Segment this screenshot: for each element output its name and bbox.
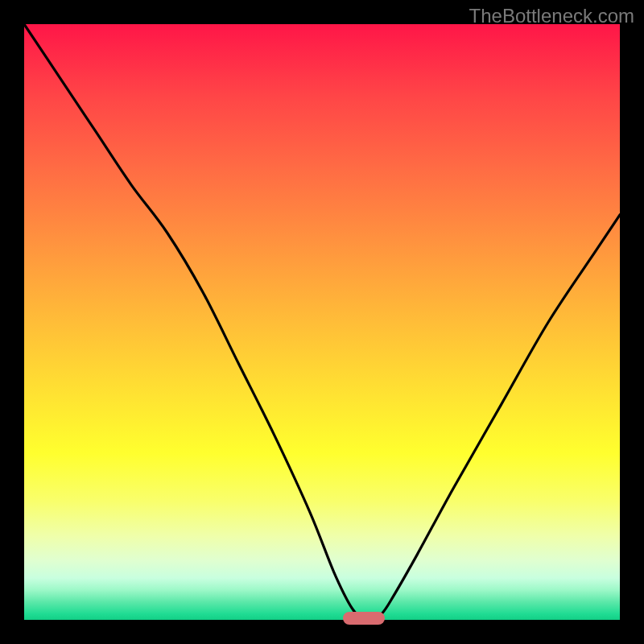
optimal-marker — [343, 612, 385, 625]
bottleneck-curve — [24, 24, 620, 620]
chart-container: TheBottleneck.com — [0, 0, 644, 644]
watermark: TheBottleneck.com — [469, 5, 634, 27]
curve-svg — [24, 24, 620, 620]
